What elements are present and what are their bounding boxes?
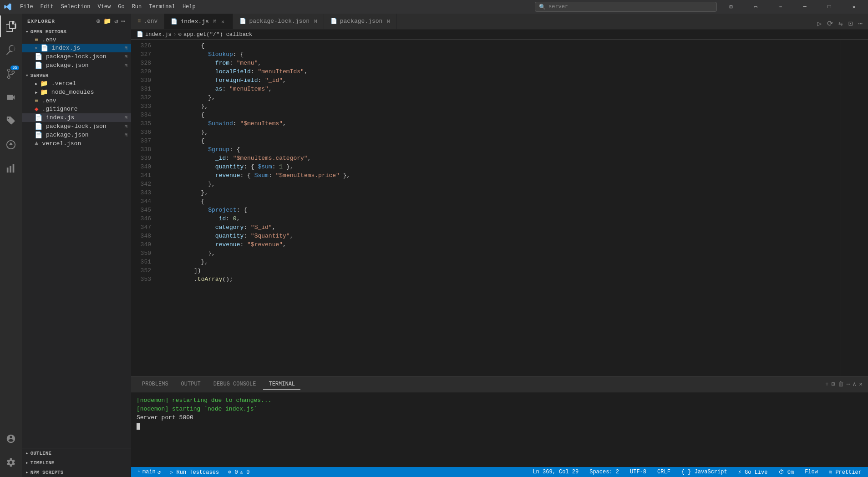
server-vercel-json[interactable]: ▲ vercel.json xyxy=(22,139,131,147)
env-file-icon: ≡ xyxy=(35,36,38,43)
server-vercel-json-name: vercel.json xyxy=(42,140,81,147)
chevron-down-icon: ▾ xyxy=(25,29,29,35)
more-terminal-icon[interactable]: ⋯ xyxy=(847,381,850,388)
code-line-340: quantity: { $sum: 1 }, xyxy=(155,162,841,171)
server-env-file[interactable]: ≡ .env xyxy=(22,96,131,105)
encoding-status[interactable]: UTF-8 xyxy=(627,467,649,477)
panel-toggle-button[interactable]: ▭ xyxy=(745,0,766,14)
layout-button[interactable]: ⊡ xyxy=(847,18,855,29)
tab-index-modified: M xyxy=(213,19,217,24)
minimap xyxy=(841,40,868,376)
sidebar-header: EXPLORER ⊕ 📁 ↺ ⋯ xyxy=(22,14,131,27)
menu-view[interactable]: View xyxy=(95,3,113,11)
tab-package-lock[interactable]: 📄 package-lock.json M xyxy=(233,14,324,29)
breadcrumb-context[interactable]: app.get("/") callback xyxy=(183,31,252,38)
open-editors-section: ▾ OPEN EDITORS ≡ .env ✕ 📄 index.js M 📄 p… xyxy=(22,27,131,71)
code-content[interactable]: { $lookup: { from: "menu", xyxy=(155,40,841,376)
menu-file[interactable]: File xyxy=(17,3,36,11)
run-button[interactable]: ▷ xyxy=(815,18,823,29)
tab-package-json-modified: M xyxy=(387,19,390,24)
tab-package-json-label: package.json xyxy=(340,18,383,25)
menu-terminal[interactable]: Terminal xyxy=(146,3,178,11)
open-editor-env[interactable]: ≡ .env xyxy=(22,36,131,44)
server-vercel-folder[interactable]: ▸ 📁 .vercel xyxy=(22,79,131,88)
npm-scripts-header[interactable]: ▸ NPM SCRIPTS xyxy=(22,467,131,477)
server-index-js[interactable]: 📄 index.js M xyxy=(22,113,131,122)
run-testcases-status[interactable]: ▷ Run Testcases xyxy=(167,467,222,477)
breadcrumb-file[interactable]: index.js xyxy=(145,31,172,38)
remote-activity-icon[interactable] xyxy=(0,134,22,156)
flow-status[interactable]: Flow xyxy=(802,467,821,477)
timer-status[interactable]: ⏱ 0m xyxy=(776,467,797,477)
customize-button[interactable]: ⋯ xyxy=(770,0,791,14)
new-folder-icon[interactable]: 📁 xyxy=(103,17,112,25)
search-activity-icon[interactable] xyxy=(0,39,22,61)
menu-run[interactable]: Run xyxy=(129,3,145,11)
more-button[interactable]: ⋯ xyxy=(856,18,864,29)
open-editor-package-json[interactable]: 📄 package.json M xyxy=(22,61,131,70)
line-numbers: 326 327 328 329 330 331 332 333 334 335 … xyxy=(131,40,155,376)
source-control-activity-icon[interactable]: 65 xyxy=(0,63,22,85)
close-icon[interactable]: ✕ xyxy=(35,45,38,51)
outline-header[interactable]: ▸ OUTLINE xyxy=(22,448,131,458)
errors-status[interactable]: ⊗ 0 ⚠ 0 xyxy=(225,467,252,477)
open-editors-header[interactable]: ▾ OPEN EDITORS xyxy=(22,28,131,36)
account-activity-icon[interactable] xyxy=(0,428,22,450)
new-terminal-icon[interactable]: + xyxy=(825,381,829,388)
server-node-modules-folder[interactable]: ▸ 📁 node_modules xyxy=(22,88,131,96)
server-gitignore-file[interactable]: ◆ .gitignore xyxy=(22,105,131,113)
tab-problems[interactable]: PROBLEMS xyxy=(137,379,174,389)
chart-activity-icon[interactable] xyxy=(0,157,22,179)
run-activity-icon[interactable] xyxy=(0,86,22,108)
vercel-json-icon: ▲ xyxy=(35,140,38,147)
collapse-icon[interactable]: ⋯ xyxy=(122,17,126,25)
settings-activity-icon[interactable] xyxy=(0,452,22,473)
close-button[interactable]: ✕ xyxy=(843,0,864,14)
layout-toggle-button[interactable]: ⊞ xyxy=(721,0,741,14)
tab-package-json[interactable]: 📄 package.json M xyxy=(324,14,397,29)
git-branch-status[interactable]: ⑂ main ↺ xyxy=(135,467,163,477)
server-package-json[interactable]: 📄 package.json M xyxy=(22,131,131,139)
flow-label: Flow xyxy=(805,469,818,475)
tab-index-close[interactable]: ✕ xyxy=(219,18,226,25)
editor-area: ≡ .env 📄 index.js M ✕ 📄 package-lock.jso… xyxy=(131,14,868,477)
spaces-status[interactable]: Spaces: 2 xyxy=(587,467,622,477)
timeline-header[interactable]: ▸ TIMELINE xyxy=(22,458,131,467)
maximize-button[interactable]: □ xyxy=(819,0,840,14)
js-tab-icon: 📄 xyxy=(171,18,178,25)
warnings-label: ⚠ 0 xyxy=(240,469,250,476)
open-editor-package-lock[interactable]: 📄 package-lock.json M xyxy=(22,52,131,61)
prettier-status[interactable]: ≋ Prettier xyxy=(826,467,864,477)
menu-selection[interactable]: Selection xyxy=(58,3,93,11)
code-line-353: .toArray(); xyxy=(155,275,841,284)
server-section-header[interactable]: ▾ SERVER xyxy=(22,71,131,79)
close-panel-icon[interactable]: ✕ xyxy=(859,381,863,388)
open-editor-index-js[interactable]: ✕ 📄 index.js M xyxy=(22,44,131,52)
code-editor[interactable]: 326 327 328 329 330 331 332 333 334 335 … xyxy=(131,40,868,376)
go-live-status[interactable]: ⚡ Go Live xyxy=(736,467,771,477)
split-terminal-icon[interactable]: ⊞ xyxy=(832,381,835,388)
kill-terminal-icon[interactable]: 🗑 xyxy=(838,381,844,388)
maximize-panel-icon[interactable]: ∧ xyxy=(853,381,856,388)
server-package-lock[interactable]: 📄 package-lock.json M xyxy=(22,122,131,131)
line-ending-status[interactable]: CRLF xyxy=(655,467,673,477)
chevron-right-timeline-icon: ▸ xyxy=(25,460,29,466)
new-file-icon[interactable]: ⊕ xyxy=(96,17,101,25)
menu-go[interactable]: Go xyxy=(115,3,127,11)
language-status[interactable]: { } JavaScript xyxy=(679,467,730,477)
refresh-icon[interactable]: ↺ xyxy=(114,17,118,25)
tab-env[interactable]: ≡ .env xyxy=(131,14,164,29)
menu-edit[interactable]: Edit xyxy=(38,3,56,11)
timeline-button[interactable]: ⟳ xyxy=(825,18,835,29)
tab-output[interactable]: OUTPUT xyxy=(176,379,206,389)
tab-terminal[interactable]: TERMINAL xyxy=(263,379,300,390)
tab-debug-console[interactable]: DEBUG CONSOLE xyxy=(208,379,262,389)
tab-index-js[interactable]: 📄 index.js M ✕ xyxy=(164,14,233,29)
explorer-activity-icon[interactable] xyxy=(0,15,22,37)
position-status[interactable]: Ln 369, Col 29 xyxy=(530,467,581,477)
minimize-button[interactable]: ─ xyxy=(794,0,815,14)
search-bar[interactable]: 🔍 server xyxy=(535,2,717,12)
extensions-activity-icon[interactable] xyxy=(0,110,22,132)
menu-help[interactable]: Help xyxy=(180,3,198,11)
split-button[interactable]: ⇆ xyxy=(837,18,845,29)
